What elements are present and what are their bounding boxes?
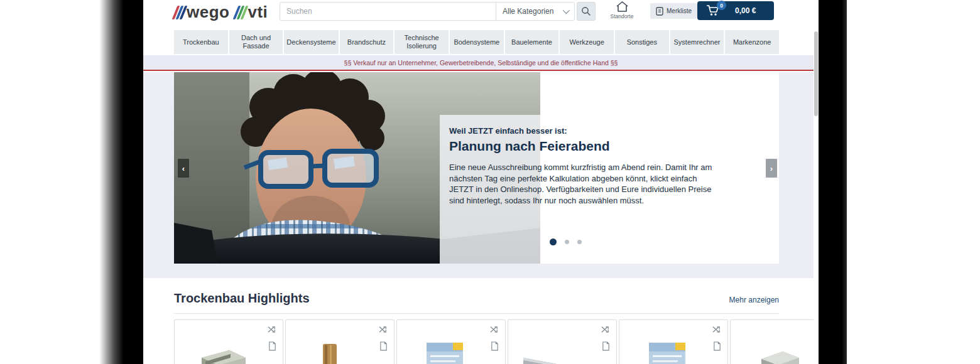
document-icon[interactable]	[490, 341, 499, 351]
chevron-down-icon	[563, 7, 570, 14]
product-card[interactable]	[396, 319, 506, 364]
highlights-header: Trockenbau Highlights Mehr anzeigen	[174, 290, 779, 309]
nav-item-brandschutz[interactable]: Brandschutz	[340, 30, 394, 54]
scrollbar-thumb[interactable]	[814, 31, 818, 116]
carousel-prev-button[interactable]: ‹	[178, 159, 189, 178]
product-image-gray-carton	[743, 336, 812, 364]
nav-item-bauelemente[interactable]: Bauelemente	[505, 30, 559, 54]
highlights-title: Trockenbau Highlights	[174, 291, 310, 306]
cart-button[interactable]: 0 0,00 €	[697, 1, 774, 20]
browser-page: wego vti Alle Kategorien	[143, 0, 819, 364]
product-card[interactable]	[730, 319, 819, 364]
main-nav: Trockenbau Dach und Fassade Deckensystem…	[174, 30, 779, 54]
search-button[interactable]	[577, 2, 596, 21]
wego-slashes-icon	[175, 6, 185, 19]
category-select[interactable]: Alle Kategorien	[496, 3, 574, 20]
product-image-plaster-bag-blue	[410, 336, 479, 364]
logo-vti: vti	[236, 3, 268, 22]
hero-text-block: Weil JETZT einfach besser ist: Planung n…	[449, 126, 721, 206]
nav-item-werkzeuge[interactable]: Werkzeuge	[560, 30, 614, 54]
highlights-divider	[174, 313, 779, 314]
compare-icon[interactable]	[268, 325, 277, 335]
notepad-icon	[656, 7, 663, 16]
product-card[interactable]	[285, 319, 395, 364]
home-icon	[616, 1, 629, 13]
cart-count-badge: 0	[717, 1, 726, 10]
vti-slashes-icon	[236, 6, 246, 19]
product-card[interactable]	[619, 319, 728, 364]
product-image-corner-profile-gray	[187, 336, 256, 364]
nav-item-sonstiges[interactable]: Sonstiges	[615, 30, 669, 54]
logo-word-wego: wego	[187, 3, 229, 22]
scrollbar-track	[814, 0, 819, 364]
search-bar: Alle Kategorien	[280, 2, 575, 21]
product-image-metal-profile-rail	[521, 336, 590, 364]
logo-word-vti: vti	[248, 3, 268, 22]
compare-icon[interactable]	[712, 325, 722, 335]
chevron-left-icon: ‹	[182, 164, 185, 173]
nav-item-deckensysteme[interactable]: Deckensysteme	[284, 30, 338, 54]
carousel-dot-1-active[interactable]	[550, 238, 557, 245]
device-bezel-right	[819, 0, 847, 364]
merkliste-button[interactable]: Merkliste	[650, 3, 697, 19]
product-image-plaster-bag-blue	[632, 336, 701, 364]
document-icon[interactable]	[712, 341, 722, 351]
product-slider	[174, 319, 819, 364]
carousel-dot-3[interactable]	[577, 240, 582, 244]
hero-title: Planung nach Feierabend	[449, 139, 721, 154]
hero-kicker: Weil JETZT einfach besser ist:	[449, 126, 721, 136]
nav-item-technische-isolierung[interactable]: Technische Isolierung	[395, 30, 449, 54]
compare-icon[interactable]	[379, 325, 388, 335]
document-icon[interactable]	[268, 341, 277, 351]
device-bezel-left	[99, 0, 143, 364]
legal-banner-text: §§ Verkauf nur an Unternehmer, Gewerbetr…	[344, 59, 618, 67]
screenshot-canvas: wego vti Alle Kategorien	[0, 0, 980, 364]
site-header: wego vti Alle Kategorien	[143, 0, 819, 29]
chevron-right-icon: ›	[770, 164, 773, 173]
product-card[interactable]	[508, 319, 617, 364]
nav-item-dach-und-fassade[interactable]: Dach und Fassade	[229, 30, 283, 54]
hero-body: Eine neue Ausschreibung kommt kurzfristi…	[449, 162, 721, 206]
cart-total: 0,00 €	[735, 6, 756, 15]
brand-logo[interactable]: wego vti	[175, 3, 268, 22]
compare-icon[interactable]	[601, 325, 611, 335]
hero-section: Weil JETZT einfach besser ist: Planung n…	[143, 72, 819, 278]
nav-item-bodensysteme[interactable]: Bodensysteme	[450, 30, 504, 54]
highlights-more-link[interactable]: Mehr anzeigen	[729, 296, 779, 304]
nav-item-trockenbau[interactable]: Trockenbau	[174, 30, 228, 54]
document-icon[interactable]	[379, 341, 388, 351]
search-input[interactable]	[280, 3, 496, 20]
product-card[interactable]	[174, 319, 283, 364]
nav-item-markenzone[interactable]: Markenzone	[725, 30, 779, 54]
standorte-label: Standorte	[600, 13, 644, 19]
category-select-value: Alle Kategorien	[503, 7, 553, 16]
product-image-cork-dowels	[298, 336, 368, 364]
standorte-button[interactable]: Standorte	[600, 1, 644, 19]
compare-icon[interactable]	[490, 325, 499, 335]
legal-banner: §§ Verkauf nur an Unternehmer, Gewerbetr…	[143, 55, 819, 71]
search-icon	[581, 6, 591, 16]
carousel-dots	[550, 238, 582, 245]
carousel-next-button[interactable]: ›	[766, 159, 777, 178]
merkliste-label: Merkliste	[667, 8, 692, 14]
carousel-dot-2[interactable]	[565, 240, 569, 244]
logo-wego: wego	[175, 3, 229, 22]
document-icon[interactable]	[601, 341, 611, 351]
hero-carousel: Weil JETZT einfach besser ist: Planung n…	[174, 72, 779, 264]
nav-item-systemrechner[interactable]: Systemrechner	[670, 30, 724, 54]
